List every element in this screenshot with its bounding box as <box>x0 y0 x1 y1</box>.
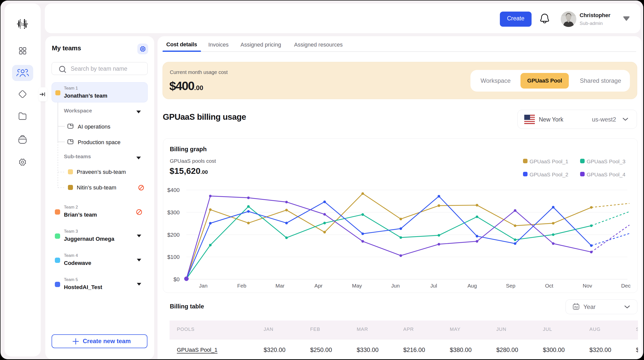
svg-text:Oct: Oct <box>545 283 553 289</box>
svg-text:$300: $300 <box>167 209 180 216</box>
svg-text:Sep: Sep <box>506 283 515 289</box>
svg-text:May: May <box>352 283 362 289</box>
svg-text:Jul: Jul <box>430 283 437 289</box>
svg-text:Jun: Jun <box>391 283 400 289</box>
svg-text:Mar: Mar <box>275 283 285 289</box>
svg-text:$200: $200 <box>167 232 180 238</box>
svg-text:$100: $100 <box>167 254 180 260</box>
svg-text:Nov: Nov <box>583 283 592 289</box>
svg-text:Feb: Feb <box>237 283 246 289</box>
svg-text:$0: $0 <box>174 276 180 283</box>
svg-text:Jan: Jan <box>199 283 208 289</box>
svg-text:Apr: Apr <box>314 283 323 289</box>
svg-text:Aug: Aug <box>467 283 477 289</box>
svg-text:$400: $400 <box>167 187 180 193</box>
svg-text:Dec: Dec <box>621 283 630 289</box>
